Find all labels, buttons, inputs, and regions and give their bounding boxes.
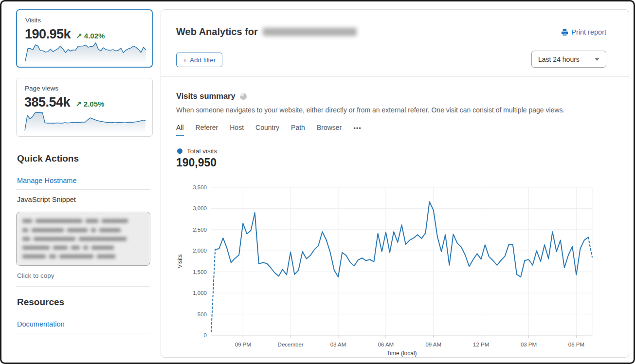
add-filter-label: Add filter bbox=[190, 56, 216, 64]
svg-text:06 AM: 06 AM bbox=[378, 342, 394, 347]
visits-metric-card[interactable]: Visits 190.95k ↗ 4.02% bbox=[16, 9, 153, 68]
legend-label: Total visits bbox=[187, 147, 217, 155]
up-arrow-icon: ↗ bbox=[75, 100, 82, 108]
pageviews-sparkline-chart bbox=[24, 111, 146, 132]
visits-sparkline-chart bbox=[25, 42, 146, 62]
svg-text:Time (local): Time (local) bbox=[386, 350, 417, 357]
chart-legend: Total visits bbox=[177, 147, 217, 155]
pageviews-card-label: Page views bbox=[25, 85, 58, 92]
svg-text:09 PM: 09 PM bbox=[235, 342, 251, 347]
visits-summary-title: Visits summary bbox=[176, 91, 236, 101]
svg-text:09 AM: 09 AM bbox=[425, 342, 441, 347]
app-window: Visits 190.95k ↗ 4.02% Page views 385.54… bbox=[0, 0, 635, 364]
divider bbox=[16, 286, 150, 287]
pageviews-value: 385.54k bbox=[24, 95, 70, 110]
click-to-copy-hint: Click to copy bbox=[17, 272, 54, 279]
svg-text:12 PM: 12 PM bbox=[473, 342, 489, 347]
tab-referer[interactable]: Referer bbox=[196, 124, 218, 136]
tab-path[interactable]: Path bbox=[291, 124, 305, 136]
add-filter-button[interactable]: + Add filter bbox=[176, 53, 222, 67]
printer-icon bbox=[561, 29, 568, 36]
visits-summary-description: When someone navigates to your website, … bbox=[176, 106, 564, 114]
svg-text:1,000: 1,000 bbox=[193, 290, 207, 296]
resources-heading: Resources bbox=[17, 297, 64, 308]
pageviews-value-row: 385.54k ↗ 2.05% bbox=[24, 95, 104, 110]
svg-text:2,500: 2,500 bbox=[193, 227, 207, 233]
visits-value-row: 190.95k ↗ 4.02% bbox=[25, 27, 105, 42]
visits-summary-header: Visits summary bbox=[176, 91, 247, 101]
tab-host[interactable]: Host bbox=[230, 124, 244, 136]
svg-text:3,500: 3,500 bbox=[193, 184, 207, 190]
legend-dot-icon bbox=[177, 148, 182, 154]
manage-hostname-link[interactable]: Manage Hostname bbox=[17, 177, 77, 184]
pageviews-metric-card[interactable]: Page views 385.54k ↗ 2.05% bbox=[16, 78, 153, 137]
js-snippet-copy-box[interactable] bbox=[16, 212, 150, 266]
header-divider bbox=[161, 76, 629, 77]
js-snippet-label: JavaScript Snippet bbox=[17, 196, 76, 203]
total-visits-value: 190,950 bbox=[176, 156, 217, 169]
pie-chart-icon bbox=[240, 93, 247, 100]
visits-card-label: Visits bbox=[25, 17, 41, 24]
svg-text:2,000: 2,000 bbox=[193, 248, 207, 254]
svg-text:06 PM: 06 PM bbox=[568, 342, 584, 347]
svg-text:3,000: 3,000 bbox=[193, 205, 207, 211]
divider bbox=[16, 189, 150, 190]
time-range-select[interactable]: Last 24 hours bbox=[531, 51, 606, 68]
time-range-value: Last 24 hours bbox=[538, 55, 580, 63]
page-title: Web Analytics for bbox=[176, 26, 258, 37]
visits-delta: ↗ 4.02% bbox=[76, 32, 105, 40]
svg-text:1,500: 1,500 bbox=[193, 269, 207, 275]
chevron-down-icon bbox=[595, 58, 599, 61]
print-report-label: Print report bbox=[571, 28, 606, 36]
pageviews-delta: ↗ 2.05% bbox=[75, 100, 104, 109]
page-title-row: Web Analytics for bbox=[176, 26, 357, 37]
divider bbox=[16, 333, 150, 333]
visits-value: 190.95k bbox=[25, 27, 71, 42]
svg-text:December: December bbox=[278, 342, 304, 347]
tab-all[interactable]: All bbox=[176, 124, 184, 136]
pageviews-delta-value: 2.05% bbox=[84, 100, 105, 108]
redacted-site-domain bbox=[263, 28, 357, 36]
print-report-button[interactable]: Print report bbox=[561, 28, 606, 36]
documentation-link[interactable]: Documentation bbox=[17, 320, 65, 328]
tab-browser[interactable]: Browser bbox=[317, 124, 342, 136]
analytics-main-panel: Web Analytics for Print report + Add fil… bbox=[161, 9, 629, 358]
plus-icon: + bbox=[183, 56, 187, 64]
up-arrow-icon: ↗ bbox=[76, 32, 82, 40]
more-tabs-button[interactable]: ••• bbox=[353, 124, 362, 136]
svg-text:03 PM: 03 PM bbox=[521, 342, 537, 347]
visits-line-chart: 05001,0001,5002,0002,5003,0003,50009 PMD… bbox=[176, 183, 604, 360]
quick-actions-heading: Quick Actions bbox=[17, 153, 79, 164]
svg-text:03 AM: 03 AM bbox=[330, 342, 346, 347]
visits-delta-value: 4.02% bbox=[84, 32, 105, 40]
summary-tab-bar: All Referer Host Country Path Browser ••… bbox=[176, 124, 362, 136]
redacted-code-snippet bbox=[22, 218, 144, 263]
svg-text:0: 0 bbox=[204, 332, 207, 338]
tab-country[interactable]: Country bbox=[255, 124, 279, 136]
svg-text:500: 500 bbox=[198, 311, 207, 317]
svg-text:Visits: Visits bbox=[177, 255, 183, 268]
